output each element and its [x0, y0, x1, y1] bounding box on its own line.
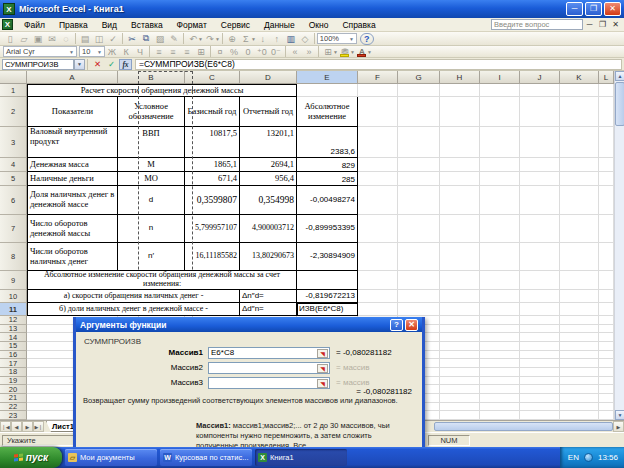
- cell[interactable]: [520, 97, 560, 127]
- cell[interactable]: [480, 351, 520, 360]
- cell[interactable]: [440, 325, 480, 334]
- cell[interactable]: [520, 377, 560, 386]
- cell[interactable]: [358, 127, 398, 158]
- workbook-close-button[interactable]: ✕: [609, 20, 622, 29]
- open-icon[interactable]: ▱: [17, 33, 31, 45]
- cell[interactable]: [560, 186, 599, 215]
- horizontal-scroll-thumb[interactable]: [434, 422, 613, 431]
- select-all-corner[interactable]: [0, 71, 27, 84]
- currency-icon[interactable]: ¤: [213, 46, 227, 58]
- print-icon[interactable]: ▤: [78, 33, 92, 45]
- cell[interactable]: [480, 290, 520, 303]
- scroll-up-icon[interactable]: ▲: [615, 71, 624, 81]
- cell[interactable]: [560, 368, 599, 377]
- hyperlink-icon[interactable]: ⊕: [225, 33, 239, 45]
- range-selector-icon[interactable]: ◥: [317, 364, 328, 373]
- first-sheet-icon[interactable]: ❘◀: [0, 421, 11, 432]
- cell[interactable]: [520, 127, 560, 158]
- cell-item-a[interactable]: а) скорости обращения наличных денег -: [27, 290, 240, 303]
- cell[interactable]: 285: [297, 172, 358, 186]
- cell[interactable]: [358, 215, 398, 243]
- cell[interactable]: [560, 172, 599, 186]
- name-box[interactable]: СУММПРОИЗВ: [2, 59, 74, 70]
- cell[interactable]: [599, 403, 614, 412]
- italic-icon[interactable]: К: [119, 46, 133, 58]
- cell[interactable]: [480, 97, 520, 127]
- sort-desc-icon[interactable]: ↑: [270, 33, 284, 45]
- cell[interactable]: [560, 303, 599, 316]
- cell[interactable]: [440, 271, 480, 290]
- cell[interactable]: [398, 172, 440, 186]
- spelling-icon[interactable]: ✓: [106, 33, 120, 45]
- cell[interactable]: [358, 172, 398, 186]
- cell[interactable]: [398, 186, 440, 215]
- cell[interactable]: [480, 303, 520, 316]
- menu-Вид[interactable]: Вид: [95, 19, 124, 31]
- array2-input[interactable]: ◥: [208, 362, 330, 374]
- row-header[interactable]: 23: [0, 411, 27, 420]
- new-icon[interactable]: ▯: [3, 33, 17, 45]
- cell[interactable]: Число оборотов денежной массы: [27, 215, 118, 243]
- horizontal-scrollbar[interactable]: ▶: [434, 421, 624, 432]
- workbook-minimize-button[interactable]: ─: [583, 20, 596, 29]
- row-header[interactable]: 9: [0, 271, 27, 290]
- volume-icon[interactable]: [584, 453, 593, 462]
- ask-question-input[interactable]: [491, 19, 583, 30]
- cell[interactable]: 10817,5: [185, 127, 240, 158]
- column-header-F[interactable]: F: [358, 71, 398, 84]
- header-cell[interactable]: Базисный год: [185, 97, 240, 127]
- column-header-K[interactable]: K: [560, 71, 599, 84]
- cell[interactable]: n: [118, 215, 185, 243]
- array1-input[interactable]: E6*C8 ◥: [208, 347, 330, 359]
- cell[interactable]: 1865,1: [185, 158, 240, 172]
- name-box-dropdown[interactable]: ▼: [74, 59, 85, 70]
- cell[interactable]: [398, 158, 440, 172]
- cell[interactable]: [398, 84, 440, 97]
- search-icon[interactable]: ◌: [59, 33, 73, 45]
- cell[interactable]: [480, 342, 520, 351]
- cell[interactable]: n′: [118, 243, 185, 271]
- cell[interactable]: [520, 325, 560, 334]
- last-sheet-icon[interactable]: ▶❘: [33, 421, 44, 432]
- cell[interactable]: [560, 215, 599, 243]
- cell[interactable]: [480, 411, 520, 420]
- cell[interactable]: [440, 403, 480, 412]
- language-indicator[interactable]: EN: [568, 453, 579, 462]
- sort-asc-icon[interactable]: ↓: [256, 33, 270, 45]
- cell[interactable]: Числи оборотов наличных денег: [27, 243, 118, 271]
- cell[interactable]: [520, 385, 560, 394]
- decrease-indent-icon[interactable]: «: [288, 46, 302, 58]
- cell[interactable]: [398, 290, 440, 303]
- clock[interactable]: 13:56: [598, 453, 618, 462]
- cell[interactable]: Валовый внутренний продукт: [27, 127, 118, 158]
- cell[interactable]: [480, 186, 520, 215]
- cell[interactable]: [560, 377, 599, 386]
- decrease-decimal-icon[interactable]: 0⁻: [269, 46, 283, 58]
- cell[interactable]: 0,3599807: [185, 186, 240, 215]
- cell[interactable]: [440, 172, 480, 186]
- restore-button[interactable]: ❐: [585, 2, 602, 16]
- dialog-titlebar[interactable]: Аргументы функции ? ✕: [76, 317, 422, 332]
- taskbar-item-word-doc[interactable]: W Курсовая по статис...: [160, 449, 252, 466]
- insert-function-button[interactable]: fx: [119, 59, 132, 70]
- cell[interactable]: 13201,1: [240, 127, 297, 158]
- cell[interactable]: [599, 394, 614, 403]
- cut-icon[interactable]: ✂: [125, 33, 139, 45]
- row-header[interactable]: 5: [0, 172, 27, 186]
- row-header[interactable]: 2: [0, 97, 27, 127]
- menu-Формат[interactable]: Формат: [170, 19, 214, 31]
- cell[interactable]: [358, 158, 398, 172]
- copy-icon[interactable]: ⧉: [139, 33, 153, 45]
- column-header-G[interactable]: G: [398, 71, 440, 84]
- column-header-B[interactable]: B: [118, 71, 185, 84]
- percent-icon[interactable]: %: [227, 46, 241, 58]
- cell[interactable]: [480, 368, 520, 377]
- cell[interactable]: [599, 290, 614, 303]
- cell[interactable]: [599, 84, 614, 97]
- cell[interactable]: [358, 186, 398, 215]
- array3-input[interactable]: ◥: [208, 377, 330, 389]
- cell-title[interactable]: Расчет скорости обращения денежной массы: [27, 84, 297, 97]
- chevron-down-icon[interactable]: ▼: [215, 36, 220, 42]
- cell[interactable]: [480, 215, 520, 243]
- vertical-scrollbar[interactable]: ▲ ▼: [614, 71, 624, 420]
